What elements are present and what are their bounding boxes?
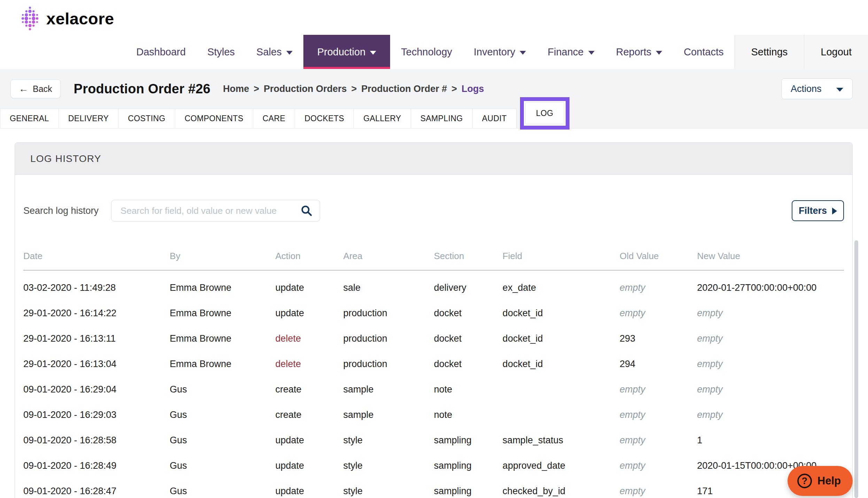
system-nav: SettingsLogout [735, 35, 868, 69]
filters-label: Filters [799, 205, 827, 216]
back-button-label: Back [33, 84, 52, 94]
tab-delivery[interactable]: DELIVERY [59, 109, 119, 128]
tab-bar: GENERALDELIVERYCOSTINGCOMPONENTSCAREDOCK… [0, 109, 569, 128]
table-row: 29-01-2020 - 16:14:22Emma Browneupdatepr… [23, 301, 844, 326]
nav-item-label: Production [317, 46, 366, 58]
search-input[interactable] [111, 200, 320, 221]
table-row: 09-01-2020 - 16:28:47Gusupdatestylesampl… [23, 478, 844, 498]
chevron-down-icon [286, 51, 293, 55]
brand-name: xelacore [46, 9, 114, 28]
help-button[interactable]: ? Help [788, 466, 853, 496]
cell-action: create [276, 377, 343, 402]
cell-field: sample_status [503, 428, 620, 453]
panel-title: LOG HISTORY [30, 153, 101, 164]
chevron-down-icon [836, 88, 843, 92]
cell-field: docket_id [503, 326, 620, 351]
vertical-scrollbar[interactable] [854, 240, 858, 498]
nav-item-technology[interactable]: Technology [390, 35, 463, 69]
chevron-down-icon [520, 51, 526, 55]
nav-item-inventory[interactable]: Inventory [463, 35, 537, 69]
cell-old-value: empty [620, 301, 697, 326]
tab-log[interactable]: LOG [525, 102, 564, 124]
table-row: 09-01-2020 - 16:28:58Gusupdatestylesampl… [23, 428, 844, 453]
cell-old-value: empty [620, 478, 697, 498]
cell-by: Gus [170, 402, 275, 428]
nav-item-finance[interactable]: Finance [537, 35, 605, 69]
back-button[interactable]: ← Back [10, 79, 61, 98]
tab-care[interactable]: CARE [253, 109, 295, 128]
actions-label: Actions [791, 84, 822, 94]
nav-item-contacts[interactable]: Contacts [673, 35, 734, 69]
table-row: 29-01-2020 - 16:13:11Emma Brownedeletepr… [23, 326, 844, 351]
cell-action: update [276, 428, 343, 453]
cell-area: sale [343, 270, 434, 301]
cell-old-value: empty [620, 428, 697, 453]
tab-audit[interactable]: AUDIT [473, 109, 517, 128]
tab-sampling[interactable]: SAMPLING [411, 109, 473, 128]
filters-button[interactable]: Filters [792, 200, 844, 221]
nav-item-dashboard[interactable]: Dashboard [125, 35, 196, 69]
table-row: 29-01-2020 - 16:13:04Emma Brownedeletepr… [23, 351, 844, 377]
cell-date: 29-01-2020 - 16:13:11 [23, 326, 170, 351]
cell-old-value: empty [620, 377, 697, 402]
chevron-down-icon [588, 51, 595, 55]
cell-area: sample [343, 402, 434, 428]
cell-action: update [276, 478, 343, 498]
cell-date: 09-01-2020 - 16:28:58 [23, 428, 170, 453]
cell-area: production [343, 351, 434, 377]
cell-field: docket_id [503, 301, 620, 326]
actions-dropdown[interactable]: Actions [781, 78, 853, 99]
panel-body: Search log history Filters DateByActionA… [15, 200, 852, 498]
nav-item-label: Styles [207, 46, 235, 58]
search-icon[interactable] [301, 205, 312, 217]
cell-field: approved_date [503, 453, 620, 478]
brand-logo[interactable]: xelacore [19, 5, 114, 32]
search-label: Search log history [23, 205, 99, 216]
nav-item-label: Inventory [474, 46, 515, 58]
cell-area: style [343, 428, 434, 453]
cell-section: delivery [434, 270, 503, 301]
cell-section: docket [434, 301, 503, 326]
cell-by: Gus [170, 428, 275, 453]
table-row: 03-02-2020 - 11:49:28Emma Browneupdatesa… [23, 270, 844, 301]
column-header-by: By [170, 246, 275, 270]
nav-item-reports[interactable]: Reports [605, 35, 673, 69]
cell-old-value: empty [620, 270, 697, 301]
column-header-action: Action [276, 246, 343, 270]
nav-item-styles[interactable]: Styles [196, 35, 246, 69]
table-row: 09-01-2020 - 16:29:03Guscreatesamplenote… [23, 402, 844, 428]
nav-item-sales[interactable]: Sales [246, 35, 303, 69]
cell-old-value: empty [620, 453, 697, 478]
tab-gallery[interactable]: GALLERY [354, 109, 411, 128]
cell-old-value: empty [620, 402, 697, 428]
nav-item-label: Finance [548, 46, 583, 58]
column-header-new-value: New Value [697, 246, 844, 270]
cell-action: update [276, 301, 343, 326]
cell-area: production [343, 326, 434, 351]
cell-action: delete [276, 326, 343, 351]
arrow-left-icon: ← [19, 84, 28, 94]
breadcrumb-link[interactable]: Production Order # [361, 84, 447, 94]
breadcrumb: Home>Production Orders>Production Order … [223, 84, 484, 94]
cell-section: sampling [434, 478, 503, 498]
tab-dockets[interactable]: DOCKETS [295, 109, 354, 128]
cell-date: 09-01-2020 - 16:28:47 [23, 478, 170, 498]
cell-new-value: empty [697, 402, 844, 428]
log-table: DateByActionAreaSectionFieldOld ValueNew… [23, 246, 844, 498]
breadcrumb-link[interactable]: Home [223, 84, 249, 94]
tab-costing[interactable]: COSTING [118, 109, 175, 128]
tab-general[interactable]: GENERAL [0, 109, 59, 128]
cell-by: Emma Browne [170, 270, 275, 301]
cell-new-value: empty [697, 301, 844, 326]
tab-components[interactable]: COMPONENTS [175, 109, 253, 128]
nav-item-settings[interactable]: Settings [735, 35, 804, 69]
breadcrumb-link[interactable]: Production Orders [264, 84, 347, 94]
cell-field: ex_date [503, 270, 620, 301]
nav-item-production[interactable]: Production [303, 35, 390, 69]
nav-item-logout[interactable]: Logout [804, 35, 868, 69]
cell-old-value: 293 [620, 326, 697, 351]
cell-date: 09-01-2020 - 16:29:03 [23, 402, 170, 428]
cell-area: style [343, 453, 434, 478]
cell-by: Emma Browne [170, 301, 275, 326]
cell-old-value: 294 [620, 351, 697, 377]
